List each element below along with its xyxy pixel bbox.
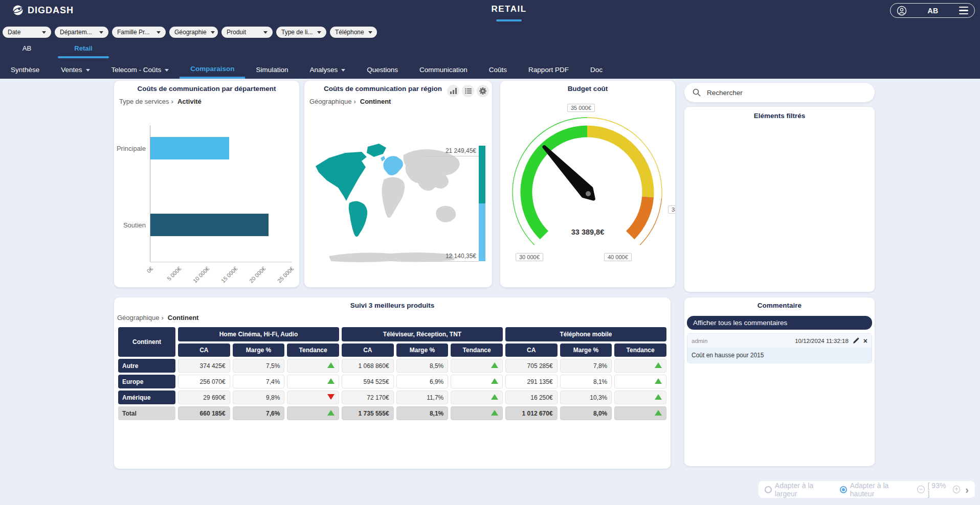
cell-tendance [287, 359, 339, 373]
trend-triangle-icon [327, 378, 335, 384]
list-icon[interactable] [462, 85, 474, 97]
nav-tab-couts[interactable]: Coûts [478, 61, 518, 79]
filter-type-de-ligne[interactable]: Type de li... [276, 27, 326, 38]
delete-comment-icon[interactable]: × [863, 337, 867, 345]
column-group-home-cinema: Home Cinéma, Hi-Fi, Audio [178, 327, 339, 341]
fit-width-radio[interactable] [765, 486, 772, 493]
column-header-marge: Marge % [233, 343, 285, 357]
trend-triangle-icon [327, 410, 335, 416]
nav-tab-bar: Synthèse Ventes Telecom - Coûts Comparai… [0, 61, 613, 79]
search-box[interactable]: Rechercher [684, 83, 875, 102]
tab-ab[interactable]: AB [15, 44, 38, 52]
bar-label-soutien: Soutien [114, 221, 146, 229]
chevron-down-icon [368, 31, 372, 34]
trend-triangle-icon [491, 362, 498, 368]
gauge-needle [544, 147, 593, 199]
breadcrumb-child: Continent [168, 314, 199, 322]
chevron-down-icon [86, 69, 90, 72]
nav-tab-telecom-couts[interactable]: Telecom - Coûts [101, 61, 180, 79]
gear-icon[interactable] [477, 85, 489, 97]
table-row: Amérique 29 690€ 9,8% 72 170€ 11,7% 16 2… [118, 391, 666, 404]
chart-card-couts-departement: Coûts de communication par département T… [114, 81, 299, 287]
trend-triangle-icon [327, 362, 335, 368]
cell-ca: 594 525€ [342, 375, 394, 388]
cell-ca: 72 170€ [342, 391, 394, 404]
nav-tab-doc[interactable]: Doc [580, 61, 613, 79]
scale-leader-line [422, 156, 479, 156]
filter-departement[interactable]: Départem... [55, 27, 108, 38]
nav-tab-comparaison[interactable]: Comparaison [180, 61, 245, 79]
cell-ca: 374 425€ [178, 359, 230, 373]
nav-tab-synthese[interactable]: Synthèse [0, 61, 50, 79]
panel-title: Eléments filtrés [684, 112, 875, 120]
top-header: DIGDASH RETAIL AB Date Départem... Famil… [0, 0, 980, 79]
filter-famille-produit[interactable]: Famille Pr... [112, 27, 166, 38]
zoom-out-icon[interactable] [917, 486, 925, 493]
filter-date[interactable]: Date [3, 27, 51, 38]
cell-marge: 7,5% [233, 359, 285, 373]
user-menu[interactable]: AB [890, 3, 975, 18]
chevron-right-icon[interactable]: › [965, 485, 969, 495]
table-total-row: Total 660 185€ 7,6% 1 735 555€ 8,1% 1 01… [118, 406, 666, 420]
active-tab-underline [58, 56, 109, 58]
comment-item: admin 10/12/2024 11:32:18 × Coût en haus… [687, 333, 872, 363]
nav-tab-simulation[interactable]: Simulation [245, 61, 299, 79]
cell-marge: 11,7% [396, 391, 449, 404]
filter-geographie[interactable]: Géographie [169, 27, 218, 38]
fit-width-label[interactable]: Adapter à la largeur [775, 481, 837, 498]
breadcrumb-parent[interactable]: Géographique [117, 314, 159, 322]
cell-tendance [614, 359, 666, 373]
card-title: Coûts de communication par département [114, 85, 299, 93]
cell-marge: 8,0% [560, 406, 612, 420]
world-map[interactable] [308, 140, 477, 270]
nav-tab-analyses[interactable]: Analyses [299, 61, 356, 79]
show-all-comments-button[interactable]: Afficher tous les commentaires [687, 316, 872, 330]
chevron-down-icon [165, 69, 169, 72]
bar-principale[interactable] [150, 137, 229, 159]
cell-ca: 29 690€ [178, 391, 230, 404]
column-group-telephone: Téléphone mobile [505, 327, 666, 341]
map-region-europe [383, 156, 403, 175]
nav-tab-rapport-pdf[interactable]: Rapport PDF [518, 61, 580, 79]
filter-telephone[interactable]: Téléphone [330, 27, 377, 38]
bar-label-principale: Principale [114, 145, 146, 152]
chevron-down-icon [157, 31, 161, 34]
breadcrumb-parent[interactable]: Type de services [119, 98, 169, 105]
digdash-logo: DIGDASH [12, 5, 74, 16]
tab-retail[interactable]: Retail [65, 44, 101, 52]
user-initials: AB [927, 7, 938, 15]
fit-height-label[interactable]: Adapter à la hauteur [850, 481, 914, 498]
zoom-in-icon[interactable] [953, 486, 961, 493]
edit-pencil-icon[interactable] [853, 337, 859, 344]
nav-tab-communication[interactable]: Communication [409, 61, 478, 79]
cell-ca: 256 070€ [178, 375, 230, 388]
column-header-continent: Continent [118, 327, 175, 357]
cell-tendance [451, 406, 503, 420]
cell-ca: 1 012 670€ [505, 406, 558, 420]
breadcrumb-parent[interactable]: Géographique [309, 98, 351, 105]
comment-author: admin [692, 338, 791, 344]
comments-panel: Commentaire Afficher tous les commentair… [684, 297, 875, 466]
filter-produit[interactable]: Produit [221, 27, 273, 38]
cell-tendance [451, 375, 503, 388]
panel-title: Commentaire [684, 302, 875, 309]
trend-triangle-icon [655, 362, 662, 368]
bar-soutien[interactable] [150, 214, 269, 236]
nav-tab-questions[interactable]: Questions [356, 61, 409, 79]
scale-leader-line [422, 261, 479, 262]
cell-marge: 7,4% [233, 375, 285, 388]
fit-height-radio[interactable] [840, 486, 847, 493]
bar-chart-icon[interactable] [447, 85, 459, 97]
breadcrumb: Géographique›Continent [309, 98, 391, 105]
column-header-tendance: Tendance [287, 343, 339, 357]
cell-marge: 10,3% [560, 391, 612, 404]
hamburger-menu-icon[interactable] [959, 7, 968, 15]
nav-tab-ventes[interactable]: Ventes [50, 61, 100, 79]
column-header-ca: CA [342, 343, 394, 357]
row-header-autre: Autre [118, 359, 175, 373]
cell-tendance [451, 391, 503, 404]
trend-triangle-icon [491, 378, 498, 384]
x-tick: 25 000€ [261, 265, 295, 299]
row-header-amerique: Amérique [118, 391, 175, 404]
cell-ca: 291 135€ [505, 375, 558, 388]
